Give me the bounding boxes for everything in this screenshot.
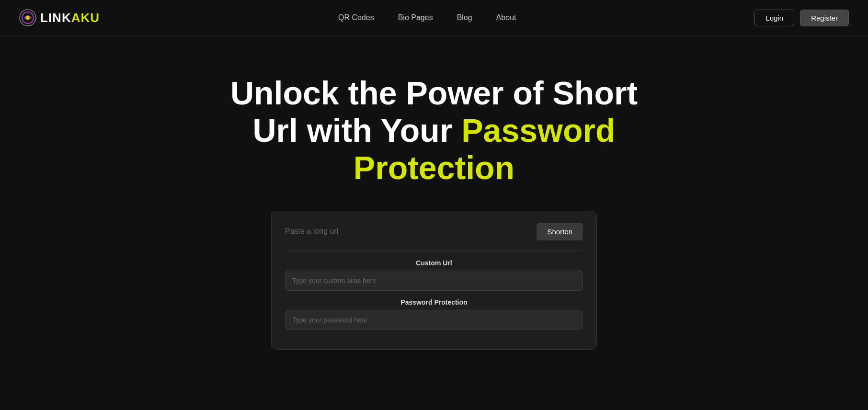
login-button[interactable]: Login <box>754 10 794 26</box>
register-button[interactable]: Register <box>800 10 849 26</box>
password-group: Password Protection <box>285 298 583 330</box>
nav-link-about[interactable]: About <box>496 13 516 22</box>
shorten-button[interactable]: Shorten <box>537 223 583 240</box>
nav-actions: Login Register <box>754 10 849 26</box>
navbar: LINKAKU QR Codes Bio Pages Blog About Lo… <box>0 0 868 36</box>
hero-title-line2: Url with Your <box>253 112 462 148</box>
hero-title-line1: Unlock the Power of Short <box>230 75 638 111</box>
password-label: Password Protection <box>285 298 583 306</box>
nav-links: QR Codes Bio Pages Blog About <box>338 13 516 22</box>
url-form-card: Shorten Custom Url Password Protection <box>271 211 597 350</box>
url-input-row: Shorten <box>285 223 583 240</box>
svg-point-2 <box>26 16 30 20</box>
hero-title: Unlock the Power of Short Url with Your … <box>230 74 638 187</box>
logo-icon <box>19 9 36 26</box>
password-input[interactable] <box>285 310 583 330</box>
nav-item-about[interactable]: About <box>496 13 516 22</box>
nav-link-biopages[interactable]: Bio Pages <box>398 13 433 22</box>
url-main-input[interactable] <box>285 224 531 239</box>
custom-url-input[interactable] <box>285 271 583 291</box>
nav-link-qrcodes[interactable]: QR Codes <box>338 13 374 22</box>
hero-title-highlight: Password <box>461 112 615 148</box>
custom-url-label: Custom Url <box>285 259 583 267</box>
hero-section: Unlock the Power of Short Url with Your … <box>0 36 868 378</box>
nav-item-qrcodes[interactable]: QR Codes <box>338 13 374 22</box>
logo[interactable]: LINKAKU <box>19 9 100 26</box>
custom-url-group: Custom Url <box>285 259 583 291</box>
nav-item-biopages[interactable]: Bio Pages <box>398 13 433 22</box>
hero-title-line3: Protection <box>354 149 514 186</box>
logo-text: LINKAKU <box>40 11 100 25</box>
nav-link-blog[interactable]: Blog <box>457 13 472 22</box>
form-divider <box>285 250 583 251</box>
nav-item-blog[interactable]: Blog <box>457 13 472 22</box>
